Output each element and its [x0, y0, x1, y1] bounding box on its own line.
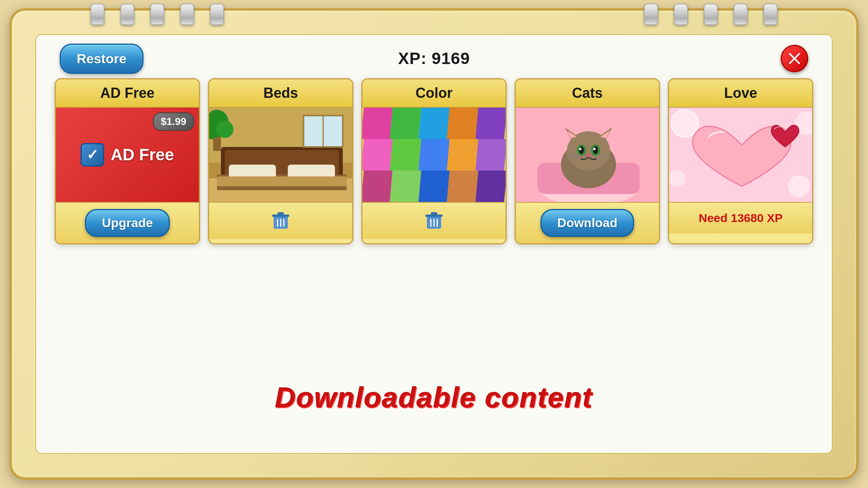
svg-point-51 [669, 170, 686, 187]
ring [120, 4, 134, 25]
svg-rect-7 [288, 165, 335, 178]
need-xp-text: Need 13680 XP [699, 211, 782, 225]
card-footer-love: Need 13680 XP [669, 202, 812, 233]
card-cats: Cats [515, 78, 660, 244]
svg-rect-18 [278, 212, 284, 215]
svg-rect-6 [229, 165, 276, 178]
ring [210, 4, 224, 25]
close-button[interactable] [781, 45, 808, 72]
card-beds: Beds [208, 78, 353, 244]
card-image-beds [209, 108, 352, 202]
ring [674, 4, 688, 25]
checkbox-icon [81, 143, 104, 167]
card-title-beds: Beds [209, 79, 352, 108]
card-title-cats: Cats [516, 79, 659, 108]
card-love: Love [668, 78, 813, 244]
card-image-love [669, 108, 812, 202]
trash-icon-color[interactable] [422, 209, 446, 233]
card-footer-ad-free: Upgrade [56, 202, 199, 243]
upgrade-button[interactable]: Upgrade [85, 209, 170, 237]
main-content: Restore XP: 9169 AD Free $1.99 AD Free U… [35, 34, 833, 454]
download-button[interactable]: Download [541, 209, 634, 237]
ring-binders-left [90, 4, 224, 25]
svg-point-50 [788, 175, 810, 197]
svg-rect-24 [431, 212, 437, 215]
card-footer-color [362, 202, 506, 239]
ad-free-text: AD Free [110, 145, 174, 164]
svg-point-49 [671, 110, 699, 137]
card-title-love: Love [669, 79, 812, 108]
card-image-color [362, 108, 506, 202]
svg-point-39 [579, 146, 584, 154]
svg-point-42 [593, 148, 596, 150]
card-ad-free: AD Free $1.99 AD Free Upgrade [55, 78, 200, 244]
svg-point-43 [586, 154, 591, 157]
svg-point-40 [593, 146, 598, 154]
ad-free-content: AD Free [81, 143, 174, 167]
card-title-color: Color [362, 79, 506, 108]
svg-rect-8 [217, 176, 347, 186]
ring [180, 4, 194, 25]
card-image-ad-free: $1.99 AD Free [56, 108, 199, 202]
card-footer-cats: Download [516, 202, 659, 243]
card-title-ad-free: AD Free [56, 79, 199, 108]
price-badge: $1.99 [153, 112, 194, 131]
outer-frame: Restore XP: 9169 AD Free $1.99 AD Free U… [9, 8, 859, 480]
card-color: Color [361, 78, 507, 244]
ring [150, 4, 164, 25]
restore-button[interactable]: Restore [60, 44, 143, 74]
bottom-text: Downloadable content [36, 382, 832, 414]
ring [734, 4, 748, 25]
ring [763, 4, 778, 25]
ring [90, 4, 105, 25]
cards-area: AD Free $1.99 AD Free Upgrade Beds [48, 78, 820, 244]
ring [704, 4, 718, 25]
ring [644, 4, 658, 25]
svg-point-41 [579, 148, 581, 150]
header: Restore XP: 9169 [36, 35, 832, 82]
trash-icon-beds[interactable] [269, 209, 292, 233]
xp-display: XP: 9169 [398, 49, 470, 68]
card-footer-beds [209, 202, 352, 239]
ring-binders-right [644, 4, 778, 25]
svg-point-15 [216, 121, 234, 138]
card-image-cats [516, 108, 659, 202]
